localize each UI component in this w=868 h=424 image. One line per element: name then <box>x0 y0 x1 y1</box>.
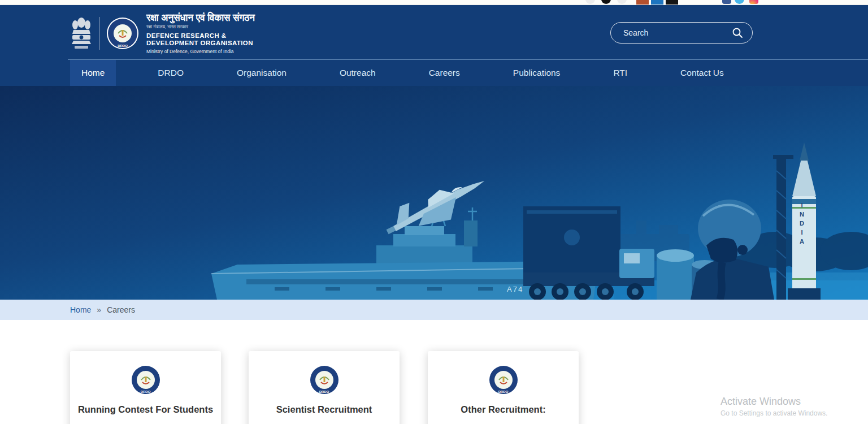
nav-item-rti[interactable]: RTI <box>602 60 639 86</box>
org-name-hindi: रक्षा अनुसंधान एवं विकास संगठन <box>146 12 255 24</box>
drdo-logo-emblem <box>114 24 132 42</box>
breadcrumb: Home » Careers <box>0 300 868 320</box>
military-collage-image <box>207 86 868 300</box>
search-button[interactable] <box>728 27 752 38</box>
org-name-en-line2: DEVELOPMENT ORGANISATION <box>146 40 255 47</box>
twitter-icon[interactable] <box>735 0 744 4</box>
brand-divider <box>99 17 100 50</box>
windows-activation-watermark: Activate Windows Go to Settings to activ… <box>721 396 827 417</box>
ministry-hindi: रक्षा मंत्रालय, भारत सरकार <box>146 24 255 30</box>
ashoka-emblem-icon <box>70 15 93 52</box>
font-increase-icon[interactable] <box>617 0 627 4</box>
nav-item-home[interactable]: Home <box>70 60 116 86</box>
nav-item-publications[interactable]: Publications <box>502 60 572 86</box>
brand-block[interactable]: DRDO रक्षा अनुसंधान एवं विकास संगठन रक्ष… <box>70 12 255 54</box>
hero-banner: Careers A74 INDIA <box>0 86 868 300</box>
breadcrumb-home-link[interactable]: Home <box>70 305 91 314</box>
instagram-icon[interactable] <box>749 0 758 4</box>
nav-item-contact-us[interactable]: Contact Us <box>669 60 735 86</box>
missile-india-label: INDIA <box>798 202 805 247</box>
card-title: Running Contest For Students <box>70 404 221 415</box>
drdo-logo-icon: DRDO <box>107 18 138 49</box>
search-icon <box>732 27 743 38</box>
font-default-icon[interactable] <box>601 0 611 4</box>
drdo-logo-icon: DRDO <box>309 365 340 395</box>
site-header: DRDO रक्षा अनुसंधान एवं विकास संगठन रक्ष… <box>0 5 868 59</box>
ship-hull-marking: A74 <box>507 285 523 293</box>
drdo-logo-label: DRDO <box>488 390 519 393</box>
drdo-logo-label: DRDO <box>131 390 161 393</box>
nav-item-organisation[interactable]: Organisation <box>225 60 298 86</box>
radar-truck <box>523 206 654 300</box>
card-running-contest[interactable]: DRDO Running Contest For Students <box>70 351 221 424</box>
card-title: Other Recruitment: <box>428 404 579 415</box>
top-utility-strip <box>0 0 868 5</box>
nav-item-careers[interactable]: Careers <box>418 60 471 86</box>
font-decrease-icon[interactable] <box>585 0 595 4</box>
drdo-logo-label: DRDO <box>309 390 340 393</box>
breadcrumb-separator: » <box>97 305 101 314</box>
search-input[interactable] <box>611 28 728 37</box>
drdo-logo-icon: DRDO <box>488 365 519 395</box>
main-navigation: Home DRDO Organisation Outreach Careers … <box>0 59 868 86</box>
theme-dark-icon[interactable] <box>666 0 678 5</box>
drdo-careers-page: DRDO रक्षा अनुसंधान एवं विकास संगठन रक्ष… <box>0 0 868 424</box>
drdo-logo-emblem <box>315 371 333 389</box>
theme-orange-icon[interactable] <box>636 0 649 5</box>
search-box <box>610 22 753 44</box>
watermark-line2: Go to Settings to activate Windows. <box>721 409 827 417</box>
drdo-logo-label: DRDO <box>107 44 138 47</box>
breadcrumb-current: Careers <box>107 305 135 314</box>
watermark-line1: Activate Windows <box>721 396 827 408</box>
ministry-en: Ministry of Defence, Government of India <box>146 49 255 54</box>
facebook-icon[interactable] <box>722 0 731 4</box>
nav-item-outreach[interactable]: Outreach <box>328 60 387 86</box>
drdo-logo-emblem <box>494 371 513 389</box>
org-name-en-line1: DEFENCE RESEARCH & <box>146 32 255 40</box>
card-scientist-recruitment[interactable]: DRDO Scientist Recruitment <box>249 351 400 424</box>
theme-blue-icon[interactable] <box>651 0 663 5</box>
drdo-logo-emblem <box>137 371 155 389</box>
card-other-recruitment[interactable]: DRDO Other Recruitment: <box>428 351 579 424</box>
brand-text: रक्षा अनुसंधान एवं विकास संगठन रक्षा मंत… <box>146 12 255 54</box>
nav-item-drdo[interactable]: DRDO <box>146 60 195 86</box>
nav-items: Home DRDO Organisation Outreach Careers … <box>70 60 766 86</box>
drdo-logo-icon: DRDO <box>131 365 161 395</box>
card-title: Scientist Recruitment <box>249 404 400 415</box>
